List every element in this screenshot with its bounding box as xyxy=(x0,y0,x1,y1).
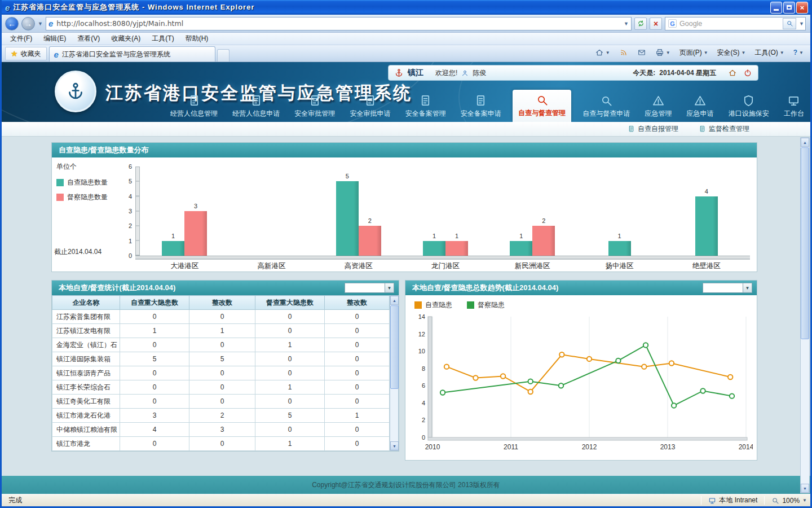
safety-menu-button[interactable]: 安全(S)▼ xyxy=(714,46,749,59)
home-button[interactable]: ▼ xyxy=(592,46,614,59)
table-row[interactable]: 江苏镇江发电有限1100 xyxy=(52,324,390,338)
nav-item-4[interactable]: 安全备案管理 xyxy=(402,92,449,122)
table-row[interactable]: 中储粮镇江粮油有限4300 xyxy=(52,423,390,437)
read-mail-button[interactable] xyxy=(634,46,650,59)
page-menu-button[interactable]: 页面(P)▼ xyxy=(676,46,712,59)
help-button[interactable]: ?▼ xyxy=(790,47,807,58)
url-text[interactable]: http://localhost:8080/yjpt/Main.html xyxy=(56,19,620,28)
search-input[interactable]: Google xyxy=(679,20,780,28)
home-shortcut-icon[interactable] xyxy=(728,68,737,77)
value-cell: 5 xyxy=(255,409,325,423)
copyright-text: Copyright@江苏省交通规划设计院股份有限公司 2013版权所有 xyxy=(312,480,500,490)
scroll-down-icon[interactable]: ▼ xyxy=(801,484,809,493)
bar-value-label: 1 xyxy=(162,233,184,239)
favorites-button[interactable]: ★ 收藏夹 xyxy=(5,47,47,60)
scrollbar-thumb[interactable] xyxy=(801,147,809,339)
new-tab-button[interactable] xyxy=(217,49,230,62)
menu-view[interactable]: 查看(V) xyxy=(72,33,105,45)
print-button[interactable]: ▼ xyxy=(652,46,674,59)
trend-legend: 自查隐患督察隐患 xyxy=(405,295,757,311)
legend-label: 督察隐患 xyxy=(478,300,505,310)
bar: 1 xyxy=(445,241,468,256)
table-row[interactable]: 镇江恒泰沥青产品0000 xyxy=(52,366,390,380)
menu-help[interactable]: 帮助(H) xyxy=(180,33,214,45)
search-dropdown-icon[interactable]: ▼ xyxy=(799,21,804,27)
tab-active[interactable]: e 江苏省港口安全监管与应急管理系统 xyxy=(49,46,215,62)
nav-item-2[interactable]: 安全审批管理 xyxy=(291,92,338,122)
minimize-button[interactable] xyxy=(770,2,782,14)
table-row[interactable]: 镇江李长荣综合石0010 xyxy=(52,380,390,395)
nav-item-9[interactable]: 应急申请 xyxy=(683,92,717,122)
nav-item-5[interactable]: 安全备案申请 xyxy=(457,92,505,122)
table-row[interactable]: 镇江市港龙0010 xyxy=(52,437,390,451)
table-row[interactable]: 镇江港国际集装箱5500 xyxy=(52,352,390,366)
value-cell: 0 xyxy=(120,338,189,352)
menu-file[interactable]: 文件(F) xyxy=(5,33,37,45)
feeds-button[interactable] xyxy=(616,46,632,59)
stop-button[interactable]: × xyxy=(650,17,662,30)
scrollbar-thumb[interactable] xyxy=(390,305,399,389)
chevron-down-icon[interactable]: ▼ xyxy=(743,283,752,293)
tools-menu-button[interactable]: 工具(O)▼ xyxy=(751,46,787,59)
y-tick-label: 6 xyxy=(129,163,132,170)
magnifier-icon xyxy=(536,94,549,107)
nav-item-0[interactable]: 经营人信息管理 xyxy=(167,92,221,122)
subnav-supervision[interactable]: 监督检查管理 xyxy=(699,124,749,134)
value-cell: 0 xyxy=(120,310,189,324)
scroll-down-icon[interactable]: ▼ xyxy=(390,441,399,450)
nav-item-label: 应急管理 xyxy=(645,109,672,119)
trend-chart-header: 本地自查/督查隐患总数趋势(截止2014.04.04) ▼ xyxy=(405,281,757,295)
trend-chart-panel: 本地自查/督查隐患总数趋势(截止2014.04.04) ▼ 自查隐患督察隐患 0… xyxy=(405,280,757,461)
refresh-button[interactable] xyxy=(634,17,647,30)
nav-item-11[interactable]: 工作台 xyxy=(780,92,807,122)
search-box[interactable]: G Google ▼ xyxy=(665,17,806,30)
close-button[interactable]: × xyxy=(796,2,808,14)
menu-edit[interactable]: 编辑(E) xyxy=(38,33,71,45)
mail-icon xyxy=(637,48,646,57)
value-cell: 0 xyxy=(255,310,325,324)
address-bar: ← → ▼ e http://localhost:8080/yjpt/Main.… xyxy=(2,15,810,33)
page-scrollbar[interactable]: ▲ ▼ xyxy=(800,137,810,493)
nav-item-7[interactable]: 自查与督查申请 xyxy=(579,92,633,122)
y-tick-label: 4 xyxy=(129,193,132,200)
zoom-dropdown-icon[interactable]: ▼ xyxy=(802,498,807,503)
trend-filter-select[interactable]: ▼ xyxy=(703,283,752,293)
logout-icon[interactable] xyxy=(743,68,752,77)
column-header: 企业名称 xyxy=(52,296,120,310)
back-button[interactable]: ← xyxy=(5,17,19,30)
table-row[interactable]: 江苏索普集团有限0000 xyxy=(52,310,390,324)
table-filter-select[interactable]: ▼ xyxy=(345,283,394,293)
main-content: 自查隐患/督查隐患数量分布 单位个 自查隐患数量督察隐患数量 截止2014.04… xyxy=(2,137,810,476)
table-scrollbar[interactable]: ▲ ▼ xyxy=(390,295,399,451)
ie-logo-icon: e xyxy=(5,3,10,12)
forward-button[interactable]: → xyxy=(21,17,35,30)
table-row[interactable]: 镇江奇美化工有限0000 xyxy=(52,395,390,409)
subnav-self-report[interactable]: 自查自报管理 xyxy=(628,124,678,134)
table-row[interactable]: 镇江市港龙石化港3251 xyxy=(52,409,390,423)
table-row[interactable]: 金海宏业（镇江）石0010 xyxy=(52,338,390,352)
nav-item-6[interactable]: 自查与督查管理 xyxy=(513,90,571,122)
favorites-label: 收藏夹 xyxy=(21,49,41,59)
city-label: 镇江 xyxy=(408,68,423,78)
url-field[interactable]: e http://localhost:8080/yjpt/Main.html ▼ xyxy=(46,17,632,30)
search-go-button[interactable] xyxy=(783,18,796,29)
scroll-up-icon[interactable]: ▲ xyxy=(390,296,399,305)
menu-bar: 文件(F) 编辑(E) 查看(V) 收藏夹(A) 工具(T) 帮助(H) xyxy=(2,33,810,45)
bar-group xyxy=(228,167,315,256)
bar-categories: 大港港区高新港区高资港区龙门港区新民洲港区扬中港区绝壁港区 xyxy=(141,261,750,271)
url-dropdown-icon[interactable]: ▼ xyxy=(624,21,629,27)
nav-item-1[interactable]: 经营人信息申请 xyxy=(229,92,283,122)
nav-item-10[interactable]: 港口设施保安 xyxy=(725,92,773,122)
zoom-control[interactable]: 100% ▼ xyxy=(768,497,810,505)
menu-favorites[interactable]: 收藏夹(A) xyxy=(106,33,145,45)
menu-tools[interactable]: 工具(T) xyxy=(147,33,179,45)
anchor-icon xyxy=(394,68,404,78)
history-dropdown-icon[interactable]: ▼ xyxy=(38,21,43,27)
nav-item-3[interactable]: 安全审批申请 xyxy=(347,92,394,122)
chevron-down-icon[interactable]: ▼ xyxy=(385,283,394,293)
maximize-button[interactable] xyxy=(783,2,795,14)
scroll-up-icon[interactable]: ▲ xyxy=(801,138,809,147)
column-header: 整改数 xyxy=(325,296,390,310)
nav-item-8[interactable]: 应急管理 xyxy=(641,92,675,122)
status-text: 完成 xyxy=(2,496,698,505)
